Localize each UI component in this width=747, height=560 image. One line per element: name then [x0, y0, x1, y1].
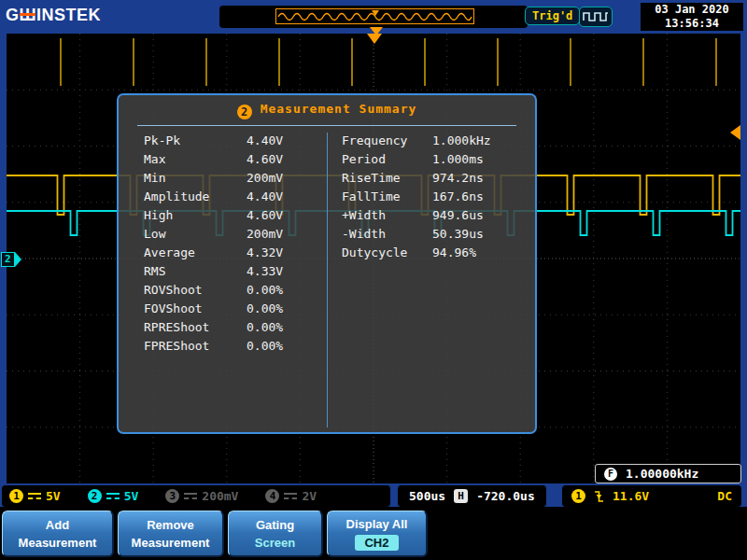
measurement-value: 4.33V: [247, 264, 283, 278]
memory-window: [275, 8, 474, 24]
title-underline: [137, 125, 516, 126]
ch3-scale: 200mV: [202, 489, 238, 503]
gwinstek-logo: GШINSTEK: [6, 6, 101, 25]
measurement-value: 200mV: [247, 227, 283, 241]
channel-status-ch1: 1 5V: [9, 489, 61, 503]
memory-trigger-marker-icon: [372, 10, 379, 16]
ch4-number-badge: 4: [265, 489, 279, 503]
dc-coupling-icon: [106, 492, 120, 501]
horizontal-position-icon: H: [454, 489, 468, 503]
logo-g: G: [6, 6, 20, 24]
measurement-value: 94.96%: [432, 245, 476, 259]
measurement-label: -Width: [342, 225, 432, 244]
measurement-label: Average: [144, 244, 247, 262]
datetime-display: 03 Jan 2020 13:56:34: [641, 3, 743, 31]
popup-title-text: Measurement Summary: [261, 102, 417, 116]
measurement-label: FOVShoot: [144, 300, 247, 318]
dc-coupling-icon: [284, 492, 297, 501]
trigger-level-value: 11.6V: [613, 489, 649, 503]
measurement-label: ROVShoot: [144, 281, 247, 300]
softkey-menu-bar: Add Measurement Remove Measurement Gatin…: [0, 507, 747, 560]
ch4-scale: 2V: [302, 489, 317, 503]
measurement-value: 1.000ms: [432, 152, 484, 166]
horizontal-offset: -720.0us: [476, 489, 535, 503]
measurement-value: 50.39us: [432, 227, 484, 241]
menu-button-display-all[interactable]: Display All CH2: [327, 511, 428, 557]
measurement-label: Amplitude: [144, 188, 247, 206]
measurement-row: Period1.000ms: [342, 150, 535, 169]
measurement-row: Average4.32V: [144, 244, 327, 262]
menu-button-gating[interactable]: Gating Screen: [228, 511, 323, 557]
button-label-line2: Measurement: [19, 536, 97, 550]
timebase-status: 500us H -720.0us: [398, 485, 546, 507]
measurement-value: 4.40V: [247, 189, 283, 203]
menu-button-add-measurement[interactable]: Add Measurement: [2, 511, 114, 557]
ch2-scale: 5V: [124, 489, 139, 503]
measurement-value: 200mV: [247, 171, 283, 185]
measurement-value: 974.2ns: [432, 171, 484, 185]
menu-button-remove-measurement[interactable]: Remove Measurement: [118, 511, 224, 557]
measurement-row: FOVShoot0.00%: [144, 300, 327, 318]
measurement-row: +Width949.6us: [342, 206, 535, 225]
measurement-value: 167.6ns: [432, 189, 484, 203]
frequency-counter-value: 1.00000kHz: [626, 467, 698, 481]
measurement-label: RiseTime: [342, 169, 432, 188]
logo-w-glyph: Ш: [20, 6, 37, 25]
trigger-status-badge: Trig'd: [525, 7, 580, 25]
trigger-status: 1 11.6V DC: [562, 485, 741, 507]
timebase-scale: 500us: [409, 489, 445, 503]
measurement-value: 4.32V: [247, 245, 283, 259]
acquisition-mode-badge: [579, 7, 613, 27]
measurement-value: 1.000kHz: [432, 133, 491, 147]
trigger-level-marker-icon: [730, 125, 740, 140]
frequency-counter-icon: F: [604, 468, 617, 481]
square-wave-icon: [583, 10, 609, 23]
measurement-row: Pk-Pk4.40V: [144, 132, 327, 150]
measurement-row: FPREShoot0.00%: [144, 337, 327, 356]
measurement-label: Min: [144, 169, 247, 188]
arrow-right-icon: [15, 252, 21, 267]
measurement-label: Pk-Pk: [144, 132, 247, 150]
measurement-summary-popup: 2Measurement Summary Pk-Pk4.40V Max4.60V…: [117, 93, 537, 434]
measurement-label: RMS: [144, 262, 247, 281]
measurement-label: Low: [144, 225, 247, 244]
button-label-line1: Gating: [256, 518, 294, 532]
measurement-value: 0.00%: [247, 301, 283, 315]
measurement-row: Low200mV: [144, 225, 327, 244]
frequency-counter-badge: F 1.00000kHz: [595, 464, 741, 483]
popup-title: 2Measurement Summary: [119, 102, 535, 119]
measurement-column-right: Frequency1.000kHz Period1.000ms RiseTime…: [327, 132, 535, 356]
measurement-label: Period: [342, 150, 432, 169]
measurement-value: 0.00%: [247, 283, 283, 297]
measurement-value: 0.00%: [247, 339, 283, 353]
display-all-selected-channel: CH2: [355, 535, 398, 551]
date-display: 03 Jan 2020: [641, 3, 743, 17]
channel-2-badge: 2: [237, 105, 252, 119]
button-label-line2: Measurement: [132, 536, 210, 550]
measurement-label: +Width: [342, 206, 432, 225]
measurement-value: 949.6us: [432, 208, 484, 222]
ch3-number-badge: 3: [165, 489, 179, 503]
measurement-row: RPREShoot0.00%: [144, 318, 327, 337]
measurement-row: RMS4.33V: [144, 262, 327, 281]
button-label-line1: Remove: [147, 518, 194, 532]
logo-rest: INSTEK: [36, 6, 101, 24]
measurement-label: High: [144, 206, 247, 225]
ch2-position-marker: 2: [1, 252, 21, 267]
measurement-row: RiseTime974.2ns: [342, 169, 535, 188]
channel-status-ch3: 3 200mV: [165, 489, 238, 503]
falling-edge-icon: [594, 489, 604, 504]
channel-status-ch2: 2 5V: [88, 489, 139, 503]
measurement-row: Dutycycle94.96%: [342, 244, 535, 262]
gating-value: Screen: [255, 536, 295, 550]
measurement-label: RPREShoot: [144, 318, 247, 337]
measurement-value: 4.60V: [247, 152, 283, 166]
time-display: 13:56:34: [641, 17, 743, 31]
dc-coupling-icon: [184, 492, 197, 501]
button-label-line1: Display All: [346, 517, 408, 531]
oscilloscope-screen: GШINSTEK Trig'd 03 Jan 2020 13:56:34: [0, 0, 747, 560]
measurement-label: Dutycycle: [342, 244, 432, 262]
measurement-label: FallTime: [342, 188, 432, 206]
trigger-coupling: DC: [717, 489, 732, 503]
trigger-position-marker-icon: [367, 34, 382, 44]
